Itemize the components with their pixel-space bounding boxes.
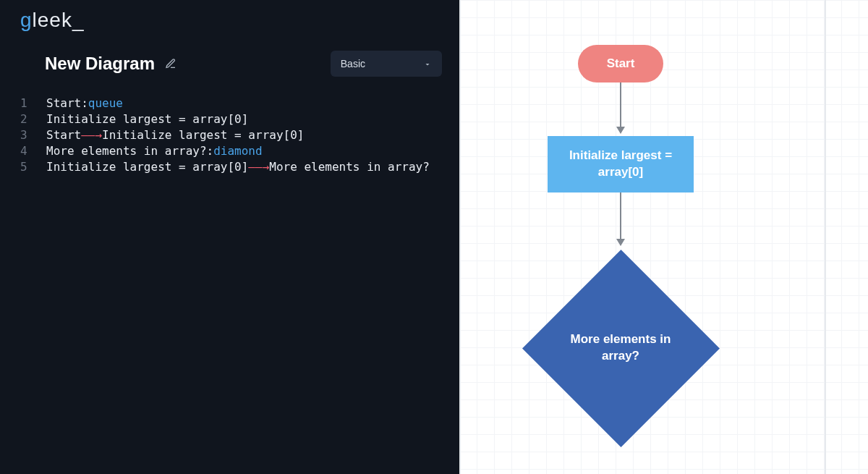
- logo-text: gleek_: [20, 9, 85, 31]
- node-label: Initialize largest = array[0]: [558, 148, 684, 181]
- logo: gleek_: [0, 0, 459, 38]
- arrowhead-icon: [616, 239, 625, 246]
- flowchart-stage: Start Initialize largest = array[0] More…: [459, 0, 868, 474]
- line-number: 4: [17, 143, 46, 159]
- code-editor[interactable]: 1 Start:queue 2 Initialize largest = arr…: [0, 90, 459, 181]
- canvas-panel[interactable]: Start Initialize largest = array[0] More…: [459, 0, 868, 474]
- flow-node-decision[interactable]: More elements in array?: [522, 249, 720, 447]
- flow-node-start[interactable]: Start: [578, 45, 663, 82]
- editor-panel: gleek_ New Diagram Basic 1 Start:queue: [0, 0, 459, 474]
- line-number: 3: [17, 127, 46, 143]
- code-text: Initialize largest = array[0]——→More ele…: [46, 159, 430, 175]
- code-line: 1 Start:queue: [17, 96, 442, 111]
- code-line: 5 Initialize largest = array[0]——→More e…: [17, 159, 442, 175]
- divider-handle[interactable]: [449, 149, 459, 151]
- header-row: New Diagram Basic: [0, 38, 459, 90]
- node-label: Start: [607, 56, 635, 71]
- code-line: 4 More elements in array?:diamond: [17, 143, 442, 159]
- line-number: 2: [17, 111, 46, 127]
- line-number: 1: [17, 96, 46, 111]
- code-text: Initialize largest = array[0]: [46, 111, 248, 127]
- logo-g: g: [20, 9, 33, 31]
- node-label: More elements in array?: [563, 331, 678, 365]
- arrowhead-icon: [616, 127, 625, 134]
- flow-edge: [620, 82, 621, 128]
- flow-edge: [620, 192, 621, 240]
- flow-node-process[interactable]: Initialize largest = array[0]: [548, 136, 694, 192]
- code-text: More elements in array?:diamond: [46, 143, 263, 159]
- diagram-title: New Diagram: [45, 54, 155, 74]
- code-line: 2 Initialize largest = array[0]: [17, 111, 442, 127]
- code-line: 3 Start——→Initialize largest = array[0]: [17, 127, 442, 143]
- line-number: 5: [17, 159, 46, 175]
- edit-icon[interactable]: [165, 58, 176, 69]
- logo-rest: leek_: [33, 9, 85, 31]
- diagram-type-dropdown[interactable]: Basic: [331, 51, 442, 77]
- chevron-down-icon: [423, 59, 432, 68]
- app-root: gleek_ New Diagram Basic 1 Start:queue: [0, 0, 868, 474]
- divider-handle[interactable]: [449, 153, 459, 156]
- code-text: Start——→Initialize largest = array[0]: [46, 127, 304, 143]
- code-text: Start:queue: [46, 96, 123, 111]
- dropdown-label: Basic: [341, 58, 365, 69]
